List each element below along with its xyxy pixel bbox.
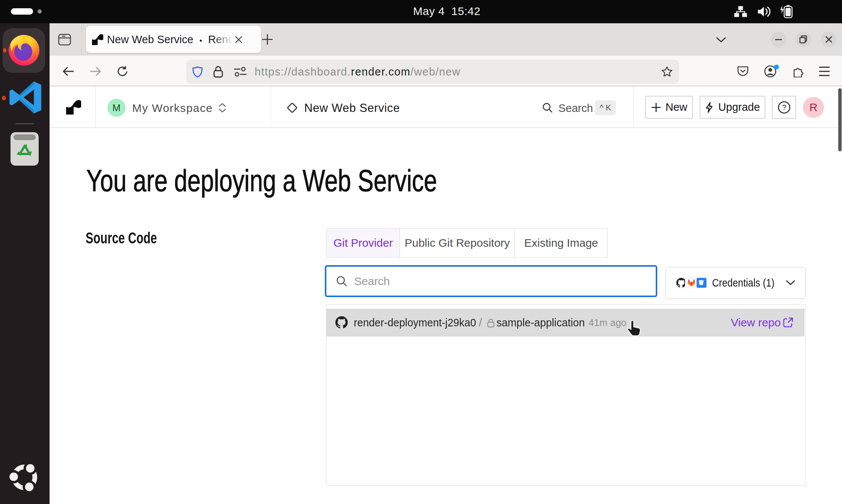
svg-text:?: ? <box>782 103 786 112</box>
